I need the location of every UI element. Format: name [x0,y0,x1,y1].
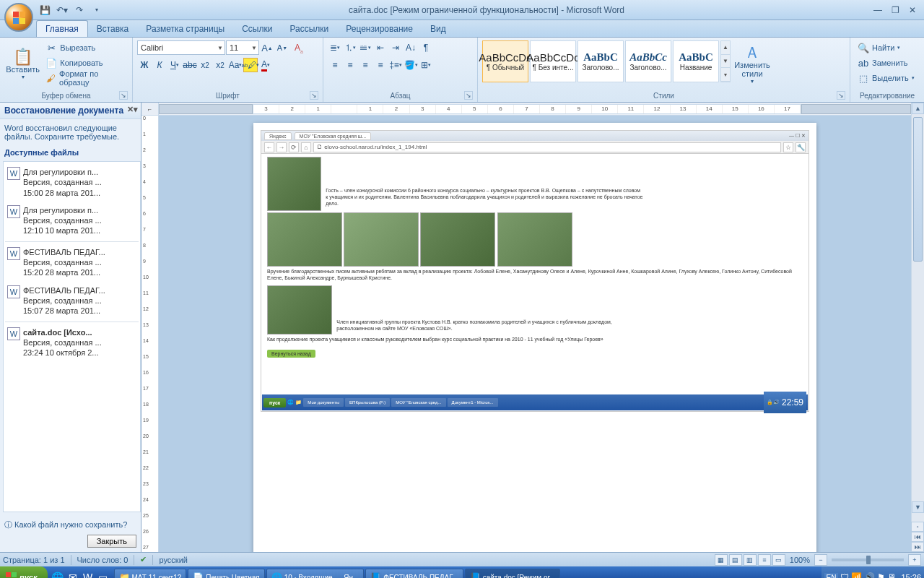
close-button[interactable]: ✕ [904,4,921,17]
underline-button[interactable]: Ч▾ [167,58,182,72]
format-painter-button[interactable]: 🖌Формат по образцу [43,71,128,85]
view-web[interactable]: ▥ [744,554,757,566]
taskbar-item[interactable]: 📁МАТ 11 сент12 [114,569,187,578]
shading-button[interactable]: 🪣▾ [404,58,418,72]
vertical-scrollbar[interactable]: ▲ ▼ ◦ ⏮ ⏭ [911,103,924,552]
borders-button[interactable]: ⊞▾ [419,58,433,72]
grow-font-icon[interactable]: A▲ [260,40,274,55]
recovery-file-item[interactable]: Wсайта.doc [Исхо...Версия, созданная ...… [5,324,139,362]
align-right-button[interactable]: ≡ [358,58,372,72]
recovery-file-item[interactable]: WДля регулировки п...Версия, созданная .… [5,202,139,240]
taskbar-item[interactable]: 📄Печать Цветная [188,569,264,578]
redo-icon[interactable]: ↷ [72,3,87,17]
taskbar-item[interactable]: 🌐10 · Входящие — Ян... [266,569,365,578]
tab-pagelayout[interactable]: Разметка страницы [137,21,233,37]
style-heading2[interactable]: AaBbCcЗаголово... [625,40,671,82]
recovery-close-icon[interactable]: ✕▾ [127,105,138,114]
justify-button[interactable]: ≡ [373,58,388,72]
shrink-font-icon[interactable]: A▼ [275,40,289,55]
style-normal[interactable]: AaBbCcDc¶ Обычный [482,40,528,82]
indent-inc-button[interactable]: ⇥ [388,40,403,55]
clear-format-icon[interactable]: Aa [290,40,305,55]
bold-button[interactable]: Ж [137,58,152,72]
status-spell-icon[interactable]: ✔ [140,555,147,564]
tray-icon[interactable]: 🛡 [840,572,849,578]
highlight-button[interactable]: ab🖊▾ [243,58,258,72]
strike-button[interactable]: abc [183,58,197,72]
font-launcher[interactable]: ↘ [310,91,318,100]
italic-button[interactable]: К [152,58,167,72]
numbering-button[interactable]: ⒈▾ [343,40,357,55]
status-lang[interactable]: русский [159,556,187,564]
tray-icon[interactable]: 🔊 [864,572,875,578]
office-button[interactable] [4,3,33,32]
align-left-button[interactable]: ≡ [328,58,342,72]
undo-icon[interactable]: ↶▾ [55,3,69,17]
tab-home[interactable]: Главная [36,20,88,37]
superscript-button[interactable]: x2 [213,58,227,72]
ql-mail-icon[interactable]: ✉ [66,569,80,578]
font-size-combo[interactable]: 11▼ [226,40,259,55]
status-words[interactable]: Число слов: 0 [77,556,128,564]
indent-dec-button[interactable]: ⇤ [373,40,388,55]
recovery-close-button[interactable]: Закрыть [87,535,136,548]
show-marks-button[interactable]: ¶ [419,40,433,55]
tray-clock[interactable]: 15:26 [901,573,921,578]
tray-icon[interactable]: 🖥 [887,572,896,578]
copy-button[interactable]: 📄Копировать [43,56,128,70]
recovery-help-link[interactable]: Какой файл нужно сохранить? [14,520,127,529]
line-spacing-button[interactable]: ‡≡▾ [388,58,403,72]
styles-launcher[interactable]: ↘ [837,91,845,100]
bullets-button[interactable]: ≣▾ [328,40,342,55]
ql-desktop-icon[interactable]: ▭ [96,569,110,578]
qat-more-icon[interactable]: ▾ [90,3,104,17]
recovery-file-item[interactable]: WФЕСТИВАЛЬ ПЕДАГ...Версия, созданная ...… [5,282,139,320]
maximize-button[interactable]: ❐ [886,4,904,17]
start-button[interactable]: пуск [0,566,48,578]
align-center-button[interactable]: ≡ [343,58,357,72]
view-full-reading[interactable]: ▤ [729,554,742,566]
taskbar-item[interactable]: 📘ФЕСТИВАЛЬ ПЕДАГ... [365,569,463,578]
cut-button[interactable]: ✂Вырезать [43,40,128,55]
tab-insert[interactable]: Вставка [88,21,138,37]
zoom-in-button[interactable]: + [908,554,921,566]
tray-icon[interactable]: 📶 [851,572,862,578]
view-print-layout[interactable]: ▦ [715,554,728,566]
tab-review[interactable]: Рецензирование [337,21,422,37]
paste-button[interactable]: 📋Вставить▾ [4,40,41,88]
style-heading1[interactable]: AaBbCЗаголово... [578,40,624,82]
recovery-file-item[interactable]: WФЕСТИВАЛЬ ПЕДАГ...Версия, созданная ...… [5,243,139,282]
find-button[interactable]: 🔍Найти▾ [855,40,918,55]
zoom-out-button[interactable]: − [814,554,827,566]
clipboard-launcher[interactable]: ↘ [119,91,128,100]
multilevel-button[interactable]: ⩸▾ [358,40,372,55]
styles-scroll[interactable]: ▲▼▾ [720,40,731,82]
zoom-level[interactable]: 100% [790,556,810,564]
view-draft[interactable]: ▭ [772,554,785,566]
ql-word-icon[interactable]: W [81,569,95,578]
style-nospacing[interactable]: AaBbCcDc¶ Без инте... [530,40,576,82]
tray-lang[interactable]: EN [824,573,839,579]
para-launcher[interactable]: ↘ [464,91,473,100]
document-canvas[interactable]: Яндекс МОУ "Еловская средняя ш... — ☐ ✕ … [159,116,911,552]
tab-view[interactable]: Вид [422,21,455,37]
change-styles-button[interactable]: ＡИзменить стили▾ [732,40,772,88]
style-title[interactable]: AaBbCНазвание [673,40,719,82]
prev-page-icon[interactable]: ⏮ [911,532,924,542]
font-color-button[interactable]: A▾ [258,58,273,72]
taskbar-item[interactable]: 📘сайта.doc [Режим ог... [465,569,561,578]
next-page-icon[interactable]: ⏭ [911,542,924,552]
ql-ie-icon[interactable]: 🌐 [51,569,65,578]
change-case-button[interactable]: Aa▾ [228,58,243,72]
browse-object-icon[interactable]: ◦ [911,522,924,532]
zoom-slider[interactable] [832,558,904,561]
font-name-combo[interactable]: Calibri▼ [137,40,225,55]
subscript-button[interactable]: x2 [198,58,212,72]
status-page[interactable]: Страница: 1 из 1 [3,556,65,564]
system-tray[interactable]: EN 🛡 📶 🔊 ⚑ 🖥 15:26 [821,566,924,578]
tab-mailings[interactable]: Рассылки [281,21,337,37]
tab-references[interactable]: Ссылки [233,21,281,37]
minimize-button[interactable]: — [869,4,886,17]
replace-button[interactable]: abЗаменить [855,56,918,70]
view-outline[interactable]: ≡ [758,554,771,566]
